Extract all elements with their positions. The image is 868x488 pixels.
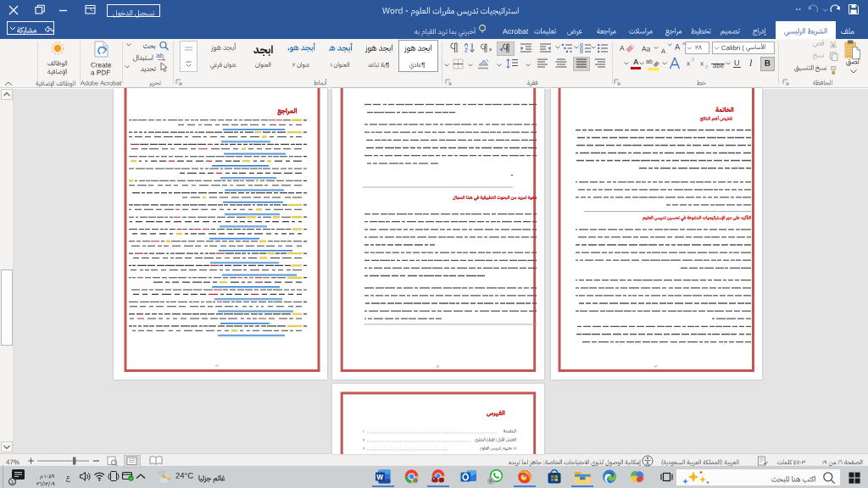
svg-text:W: W <box>376 474 383 481</box>
svg-text:ab: ab <box>646 58 653 64</box>
